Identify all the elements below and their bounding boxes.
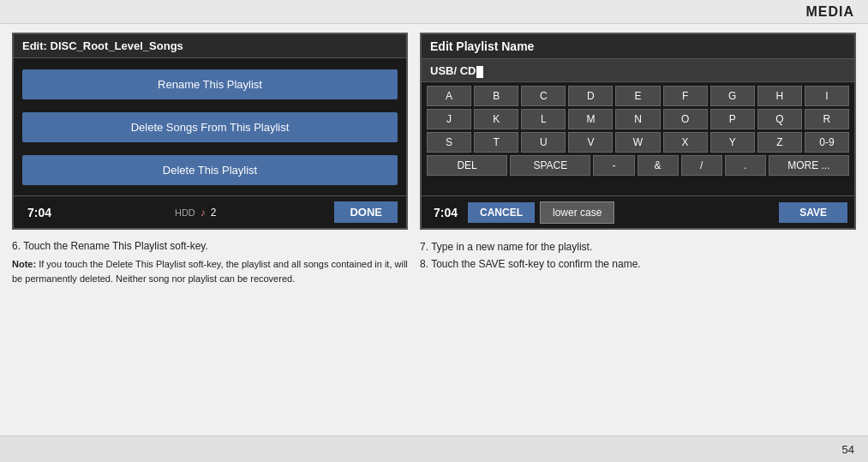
left-note: Note: If you touch the Delete This Playl… (12, 257, 408, 285)
left-time: 7:04 (22, 204, 57, 221)
left-screen-title: Edit: DISC_Root_Level_Songs (14, 34, 406, 58)
key-I[interactable]: I (805, 86, 849, 106)
right-screen-title: Edit Playlist Name (422, 34, 854, 59)
note-label: Note: (12, 259, 36, 269)
menu-list: Rename This Playlist Delete Songs From T… (14, 58, 406, 195)
right-step2: 8. Touch the SAVE soft-key to confirm th… (420, 255, 856, 273)
right-panel: Edit Playlist Name USB/ CD A B C D E F G… (420, 24, 868, 435)
key-M[interactable]: M (568, 109, 613, 129)
key-T[interactable]: T (474, 132, 518, 153)
key-U[interactable]: U (521, 132, 566, 153)
page-title: MEDIA (805, 4, 854, 20)
delete-songs-button[interactable]: Delete Songs From This Playlist (22, 112, 398, 142)
right-step1: 7. Type in a new name for the playlist. (420, 238, 856, 255)
left-step: 6. Touch the Rename This Playlist soft-k… (12, 238, 408, 254)
key-A[interactable]: A (427, 86, 471, 106)
page-number: 54 (842, 443, 854, 456)
right-caption: 7. Type in a new name for the playlist. … (420, 238, 856, 273)
key-P[interactable]: P (710, 109, 755, 129)
key-H[interactable]: H (757, 86, 802, 106)
key-SPACE[interactable]: SPACE (510, 155, 590, 176)
footer: 54 (0, 435, 868, 462)
right-screen: Edit Playlist Name USB/ CD A B C D E F G… (420, 33, 856, 230)
track-number: 2 (211, 207, 217, 219)
cancel-button[interactable]: CANCEL (468, 202, 535, 223)
key-E[interactable]: E (615, 86, 660, 106)
key-L[interactable]: L (521, 109, 566, 129)
key-DEL[interactable]: DEL (427, 155, 507, 176)
key-B[interactable]: B (474, 86, 518, 106)
key-X[interactable]: X (663, 132, 708, 153)
delete-playlist-button[interactable]: Delete This Playlist (22, 155, 398, 185)
key-more[interactable]: MORE ... (769, 155, 849, 176)
key-F[interactable]: F (663, 86, 708, 106)
key-D[interactable]: D (568, 86, 613, 106)
main-content: Edit: DISC_Root_Level_Songs Rename This … (0, 24, 868, 435)
header: MEDIA (0, 0, 868, 24)
key-V[interactable]: V (568, 132, 613, 153)
key-N[interactable]: N (615, 109, 660, 129)
key-O[interactable]: O (663, 109, 708, 129)
key-C[interactable]: C (521, 86, 566, 106)
rename-playlist-button[interactable]: Rename This Playlist (22, 69, 398, 99)
input-value: USB/ CD (430, 64, 483, 77)
kb-row-3: S T U V W X Y Z 0-9 (427, 132, 849, 153)
save-button[interactable]: SAVE (779, 202, 847, 223)
note-text: If you touch the Delete This Playlist so… (12, 259, 408, 284)
left-screen: Edit: DISC_Root_Level_Songs Rename This … (12, 33, 408, 230)
key-slash[interactable]: / (681, 155, 722, 176)
lowercase-button[interactable]: lower case (540, 201, 614, 224)
input-bar: USB/ CD (422, 59, 854, 82)
hdd-icon: ♪ (201, 207, 206, 219)
key-Z[interactable]: Z (757, 132, 802, 153)
kb-row-1: A B C D E F G H I (427, 86, 849, 106)
key-dot[interactable]: . (725, 155, 766, 176)
left-panel: Edit: DISC_Root_Level_Songs Rename This … (0, 24, 420, 435)
right-time: 7:04 (428, 204, 463, 221)
key-J[interactable]: J (427, 109, 471, 129)
key-G[interactable]: G (710, 86, 755, 106)
hdd-label: HDD (175, 207, 195, 218)
left-caption: 6. Touch the Rename This Playlist soft-k… (12, 238, 408, 285)
key-W[interactable]: W (615, 132, 660, 153)
right-bottom-bar: 7:04 CANCEL lower case SAVE (422, 195, 854, 228)
cursor (476, 66, 483, 78)
done-button[interactable]: DONE (334, 201, 398, 223)
key-R[interactable]: R (805, 109, 849, 129)
key-dash[interactable]: - (593, 155, 634, 176)
kb-row-2: J K L M N O P Q R (427, 109, 849, 129)
key-amp[interactable]: & (638, 155, 679, 176)
key-S[interactable]: S (427, 132, 471, 153)
kb-row-4: DEL SPACE - & / . MORE ... (427, 155, 849, 176)
key-K[interactable]: K (474, 109, 518, 129)
hdd-info: HDD ♪ 2 (175, 207, 217, 219)
left-bottom-bar: 7:04 HDD ♪ 2 DONE (14, 195, 406, 228)
key-09[interactable]: 0-9 (805, 132, 849, 153)
key-Q[interactable]: Q (757, 109, 802, 129)
keyboard-area: A B C D E F G H I J K L M N O (422, 82, 854, 195)
key-Y[interactable]: Y (710, 132, 755, 153)
